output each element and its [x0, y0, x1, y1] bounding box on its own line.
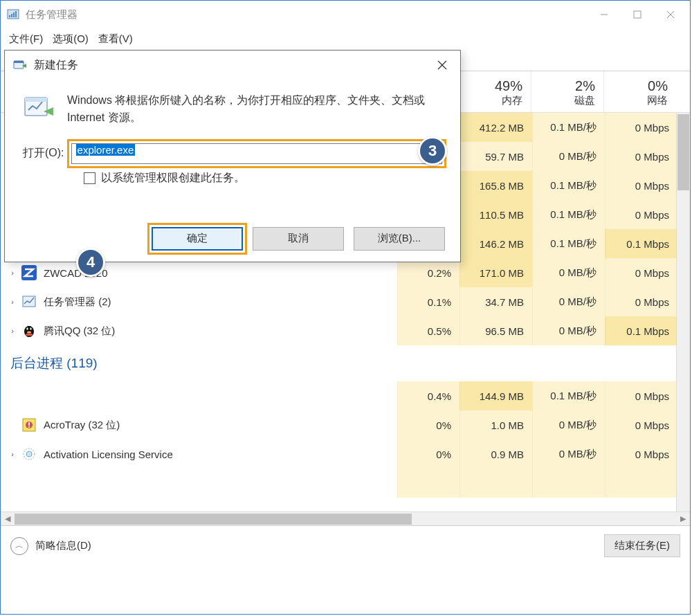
dialog-title: 新建任务 [34, 58, 428, 73]
window-title: 任务管理器 [26, 8, 588, 21]
browse-button[interactable]: 浏览(B)... [354, 227, 445, 251]
run-icon [13, 58, 27, 72]
open-input-value: explorer.exe [76, 144, 136, 156]
process-row[interactable]: ›任务管理器 (2)0.1%34.7 MB0 MB/秒0 Mbps [1, 287, 677, 316]
network-cell: 0 Mbps [605, 113, 677, 142]
expand-icon[interactable]: › [8, 269, 17, 277]
ok-button[interactable]: 确定 [152, 227, 243, 251]
admin-checkbox-label: 以系统管理权限创建此任务。 [101, 171, 245, 185]
disk-cell: 0 MB/秒 [532, 410, 605, 440]
titlebar: 任务管理器 [1, 1, 690, 28]
scroll-right-icon[interactable]: ▶ [676, 514, 690, 523]
svg-point-20 [27, 332, 31, 334]
menu-options[interactable]: 选项(O) [53, 33, 89, 46]
menu-view[interactable]: 查看(V) [98, 33, 133, 46]
fewer-details-link[interactable]: 简略信息(D) [35, 539, 91, 552]
svg-point-19 [30, 327, 31, 330]
cpu-cell: 0.5% [397, 316, 459, 345]
svg-point-27 [26, 451, 32, 457]
network-cell: 0 Mbps [605, 142, 677, 171]
hscroll-thumb[interactable] [15, 514, 412, 525]
expand-icon[interactable]: › [8, 450, 17, 458]
network-cell: 0 Mbps [605, 287, 677, 316]
disk-cell: 0.1 MB/秒 [532, 171, 605, 200]
network-percent: 0% [648, 78, 668, 94]
expand-icon[interactable]: › [8, 327, 17, 335]
process-name-cell: ›Activation Licensing Service [1, 440, 397, 469]
network-cell: 0 Mbps [605, 258, 677, 287]
network-cell: 0 Mbps [605, 171, 677, 200]
svg-point-18 [26, 327, 28, 330]
process-row[interactable] [1, 469, 677, 498]
cpu-cell: 0.2% [397, 258, 459, 287]
svg-rect-6 [634, 11, 641, 18]
annotation-badge-4: 4 [76, 248, 105, 277]
disk-cell: 0 MB/秒 [532, 258, 605, 287]
process-name: Activation Licensing Service [44, 449, 173, 460]
menubar: 文件(F) 选项(O) 查看(V) [1, 28, 690, 49]
end-task-button[interactable]: 结束任务(E) [604, 534, 680, 557]
process-row[interactable]: 0.4%144.9 MB0.1 MB/秒0 Mbps [1, 381, 677, 410]
disk-cell: 0 MB/秒 [532, 316, 605, 345]
disk-cell: 0.1 MB/秒 [532, 200, 605, 229]
network-cell: 0 Mbps [605, 381, 677, 410]
process-name-cell: ›ZWCAD 2020 [1, 258, 397, 287]
disk-label: 磁盘 [574, 94, 595, 107]
run-big-icon [23, 92, 55, 124]
scroll-left-icon[interactable]: ◀ [1, 514, 15, 523]
qq-icon [21, 323, 37, 338]
maximize-button[interactable] [621, 3, 654, 26]
dialog-message: Windows 将根据你所键入的名称，为你打开相应的程序、文件夹、文档或 Int… [67, 92, 442, 127]
expand-icon[interactable]: › [8, 298, 17, 306]
process-row[interactable]: ›Activation Licensing Service0%0.9 MB0 M… [1, 440, 677, 469]
process-row[interactable]: ›腾讯QQ (32 位)0.5%96.5 MB0 MB/秒0.1 Mbps [1, 316, 677, 345]
col-memory[interactable]: 49% 内存 [458, 71, 531, 112]
memory-cell: 34.7 MB [459, 287, 532, 316]
vertical-scrollbar[interactable] [676, 113, 690, 511]
memory-cell: 59.7 MB [459, 142, 532, 171]
dialog-close-button[interactable] [428, 54, 456, 76]
disk-cell: 0.1 MB/秒 [532, 229, 605, 258]
open-combobox[interactable]: explorer.exe ▾ [71, 143, 442, 164]
memory-cell [459, 469, 532, 498]
zwcad-icon [21, 265, 37, 280]
cancel-button[interactable]: 取消 [253, 227, 344, 251]
section-header-background: 后台进程 (119) [1, 345, 677, 381]
memory-cell: 171.0 MB [459, 258, 532, 287]
process-name-cell [1, 381, 397, 410]
col-network[interactable]: 0% 网络 [603, 71, 676, 112]
memory-cell: 1.0 MB [459, 410, 532, 440]
col-disk[interactable]: 2% 磁盘 [531, 71, 603, 112]
collapse-icon[interactable]: ︿ [10, 537, 28, 555]
open-label: 打开(O): [23, 146, 64, 161]
disk-cell: 0 MB/秒 [532, 287, 605, 316]
process-name-cell: AcroTray (32 位) [1, 410, 397, 440]
cpu-cell [397, 469, 459, 498]
minimize-button[interactable] [588, 3, 621, 26]
memory-cell: 144.9 MB [459, 381, 532, 410]
horizontal-scrollbar[interactable]: ◀ ▶ [1, 511, 690, 525]
admin-checkbox[interactable] [84, 172, 95, 184]
network-cell: 0 Mbps [605, 440, 677, 469]
run-new-task-dialog: 新建任务 Windows 将根据你所键入的名称，为你打开相应的程序、文件夹、文档… [4, 50, 461, 262]
svg-rect-33 [25, 98, 47, 102]
process-name: 腾讯QQ (32 位) [44, 325, 115, 338]
disk-cell [532, 469, 605, 498]
svg-rect-2 [11, 14, 12, 17]
disk-cell: 0.1 MB/秒 [532, 113, 605, 142]
scrollbar-thumb[interactable] [677, 114, 689, 190]
memory-label: 内存 [502, 94, 522, 107]
disk-cell: 0.1 MB/秒 [532, 381, 605, 410]
cpu-cell: 0% [397, 410, 459, 440]
memory-cell: 146.2 MB [459, 229, 532, 258]
menu-file[interactable]: 文件(F) [9, 33, 43, 46]
svg-rect-24 [28, 422, 30, 426]
close-button[interactable] [654, 3, 687, 26]
annotation-badge-3: 3 [418, 136, 447, 165]
disk-cell: 0 MB/秒 [532, 440, 605, 469]
process-row[interactable]: AcroTray (32 位)0%1.0 MB0 MB/秒0 Mbps [1, 410, 677, 440]
taskmgr-icon [21, 294, 37, 309]
window-controls [588, 3, 687, 26]
network-cell: 0 Mbps [605, 410, 677, 440]
process-name-cell [1, 469, 397, 498]
